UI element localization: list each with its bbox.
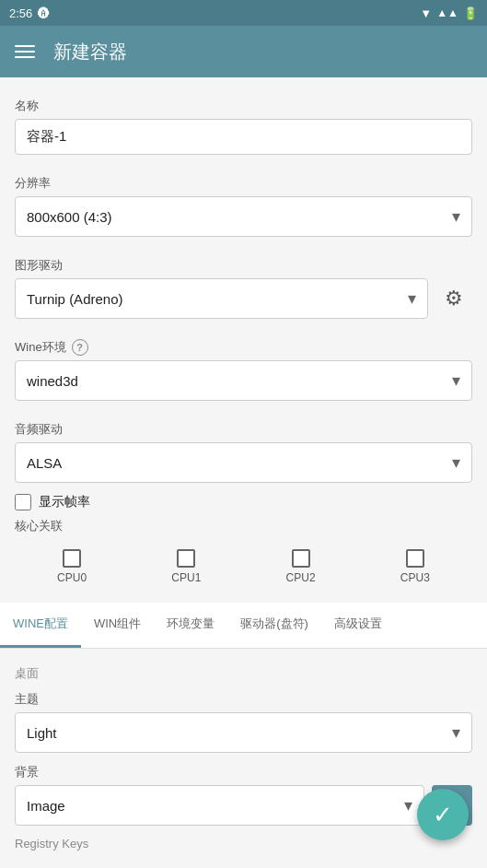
audio-section: 音频驱动 ALSA ▾ — [0, 401, 487, 483]
cpu-section-label: 核心关联 — [15, 518, 472, 534]
tab-wine-config[interactable]: WINE配置 — [0, 603, 81, 648]
cpu0-item: CPU0 — [15, 542, 129, 592]
cpu1-label: CPU1 — [171, 571, 201, 584]
battery-icon: 🔋 — [463, 6, 478, 20]
bg-value: Image — [27, 798, 65, 814]
graphics-arrow-icon: ▾ — [408, 288, 416, 309]
audio-dropdown[interactable]: ALSA ▾ — [15, 442, 472, 483]
bg-row: Image ▾ — [15, 785, 472, 826]
show-fps-row: 显示帧率 — [0, 494, 487, 510]
graphics-dropdown[interactable]: Turnip (Adreno) ▾ — [15, 278, 428, 319]
wine-env-arrow-icon: ▾ — [452, 370, 460, 391]
show-fps-label: 显示帧率 — [39, 494, 90, 510]
cpu2-label: CPU2 — [286, 571, 316, 584]
resolution-section: 分辨率 800x600 (4:3) ▾ — [0, 155, 487, 237]
tabs-bar: WINE配置 WIN组件 环境变量 驱动器(盘符) 高级设置 — [0, 603, 487, 649]
desktop-heading: 桌面 — [15, 665, 472, 682]
status-icons: ▼ ▲▲ 🔋 — [420, 6, 478, 20]
resolution-arrow-icon: ▾ — [452, 206, 460, 227]
form-content: 名称 分辨率 800x600 (4:3) ▾ 图形驱动 Turnip (Adre… — [0, 77, 487, 850]
tab-advanced[interactable]: 高级设置 — [321, 603, 395, 648]
audio-arrow-icon: ▾ — [452, 452, 460, 473]
confirm-fab[interactable]: ✓ — [417, 789, 469, 840]
time-display: 2:56 — [9, 6, 32, 20]
cpu3-label: CPU3 — [400, 571, 430, 584]
check-icon: ✓ — [433, 801, 453, 829]
name-label: 名称 — [15, 98, 472, 114]
name-input[interactable] — [15, 119, 472, 155]
cpu2-checkbox[interactable] — [292, 549, 310, 568]
audio-value: ALSA — [27, 455, 62, 471]
bg-arrow-icon: ▾ — [404, 795, 412, 815]
theme-label: 主题 — [15, 691, 472, 708]
cpu0-label: CPU0 — [57, 571, 87, 584]
cpu-grid: CPU0 CPU1 CPU2 CPU3 — [15, 542, 472, 592]
theme-arrow-icon: ▾ — [452, 722, 460, 743]
tab-drives[interactable]: 驱动器(盘符) — [227, 603, 321, 648]
wifi-icon: ▼ — [420, 6, 432, 20]
android-icon: 🅐 — [38, 6, 50, 20]
status-bar: 2:56 🅐 ▼ ▲▲ 🔋 — [0, 0, 487, 26]
theme-dropdown[interactable]: Light ▾ — [15, 712, 472, 753]
bg-dropdown[interactable]: Image ▾ — [15, 785, 424, 826]
top-app-bar: 新建容器 — [0, 26, 487, 77]
name-section: 名称 — [0, 77, 487, 155]
wine-env-section: Wine环境 ? wined3d ▾ — [0, 319, 487, 401]
tab-env-vars[interactable]: 环境变量 — [154, 603, 227, 648]
bg-label: 背景 — [15, 764, 472, 780]
cpu0-checkbox[interactable] — [63, 549, 81, 568]
wine-env-value: wined3d — [27, 373, 78, 389]
resolution-value: 800x600 (4:3) — [27, 209, 112, 225]
wine-env-label: Wine环境 — [15, 339, 66, 356]
signal-icon: ▲▲ — [436, 6, 458, 19]
graphics-row: Turnip (Adreno) ▾ ⚙ — [15, 278, 472, 319]
cpu1-checkbox[interactable] — [177, 549, 195, 568]
wine-env-help-button[interactable]: ? — [72, 339, 88, 356]
cpu3-checkbox[interactable] — [406, 549, 424, 568]
menu-button[interactable] — [15, 45, 35, 58]
tab-content-wine: 桌面 主题 Light ▾ 背景 Image ▾ — [0, 649, 487, 826]
cpu3-item: CPU3 — [358, 542, 472, 592]
audio-label: 音频驱动 — [15, 421, 472, 438]
graphics-section: 图形驱动 Turnip (Adreno) ▾ ⚙ — [0, 237, 487, 319]
cpu-section: 核心关联 CPU0 CPU1 CPU2 CPU3 — [0, 518, 487, 599]
registry-keys-label: Registry Keys — [0, 826, 487, 850]
theme-value: Light — [27, 725, 57, 741]
graphics-label: 图形驱动 — [15, 257, 472, 274]
show-fps-checkbox[interactable] — [15, 494, 31, 510]
cpu1-item: CPU1 — [129, 542, 243, 592]
graphics-settings-button[interactable]: ⚙ — [435, 280, 472, 317]
wine-env-dropdown[interactable]: wined3d ▾ — [15, 360, 472, 401]
page-title: 新建容器 — [53, 40, 127, 65]
resolution-dropdown[interactable]: 800x600 (4:3) ▾ — [15, 196, 472, 237]
wine-env-label-row: Wine环境 ? — [15, 339, 472, 356]
cpu2-item: CPU2 — [244, 542, 358, 592]
graphics-value: Turnip (Adreno) — [27, 291, 123, 307]
tab-win-components[interactable]: WIN组件 — [81, 603, 154, 648]
resolution-label: 分辨率 — [15, 175, 472, 192]
